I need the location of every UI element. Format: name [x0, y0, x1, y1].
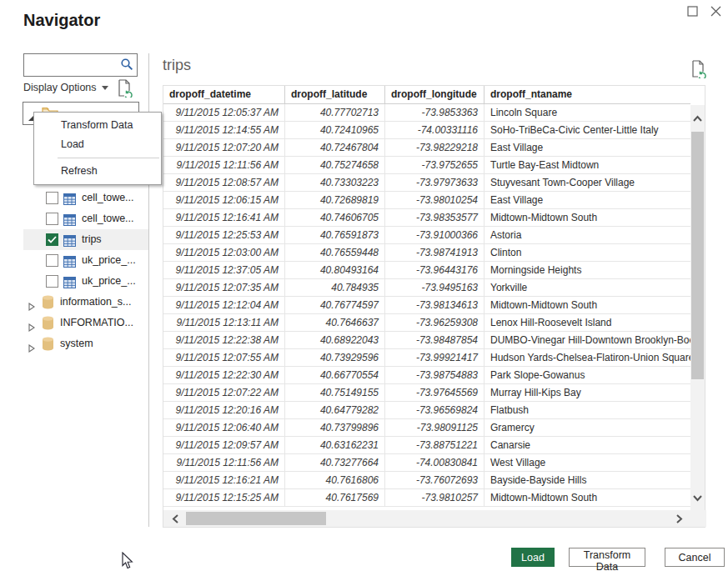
database-icon: [42, 295, 54, 313]
table-cell: Hudson Yards-Chelsea-Flatiron-Union Squa…: [484, 349, 690, 367]
table-cell: -73.98487854: [384, 332, 484, 349]
table-cell: Midtown-Midtown South: [484, 209, 690, 227]
table-cell: Lenox Hill-Roosevelt Island: [484, 314, 690, 332]
table-cell: 9/11/2015 12:07:20 AM: [163, 139, 284, 157]
table-row: 9/11/2015 12:11:56 AM40.73277664-74.0083…: [163, 454, 690, 472]
table-cell: 9/11/2015 12:22:30 AM: [163, 367, 284, 384]
tree-item-informatio[interactable]: INFORMATIO...: [23, 313, 148, 333]
table-cell: -73.98091125: [384, 419, 484, 437]
transform-data-button[interactable]: Transform Data: [569, 548, 645, 567]
table-cell: 9/11/2015 12:06:40 AM: [163, 419, 284, 437]
table-row: 9/11/2015 12:07:22 AM40.75149155-73.9764…: [163, 384, 690, 402]
menu-item-transform-data[interactable]: Transform Data: [34, 116, 161, 135]
horizontal-scroll-thumb[interactable]: [186, 512, 326, 525]
table-cell: Flatbush: [484, 402, 690, 419]
checkbox[interactable]: [46, 213, 58, 225]
checkbox[interactable]: [46, 192, 58, 204]
table-cell: Midtown-Midtown South: [484, 489, 690, 507]
table-cell: -73.88751221: [384, 437, 484, 454]
refresh-preview-button[interactable]: [691, 60, 706, 81]
display-options-dropdown[interactable]: Display Options: [23, 82, 97, 93]
table-cell: -73.98010254: [384, 192, 484, 209]
vertical-scroll-thumb[interactable]: [691, 132, 704, 379]
table-cell: 40.63162231: [284, 437, 384, 454]
table-row: 9/11/2015 12:06:15 AM40.72689819-73.9801…: [163, 192, 690, 209]
column-header[interactable]: dropoff_latitude: [284, 86, 384, 104]
table-row: 9/11/2015 12:03:00 AM40.76559448-73.9874…: [163, 244, 690, 262]
menu-item-refresh[interactable]: Refresh: [34, 162, 161, 181]
cancel-button[interactable]: Cancel: [665, 548, 725, 567]
table-cell: 9/11/2015 12:05:37 AM: [163, 104, 284, 122]
tree-item-label: cell_towe...: [82, 188, 134, 208]
scroll-up-icon[interactable]: [692, 113, 703, 123]
mouse-cursor: [122, 552, 134, 573]
context-menu: Transform DataLoadRefresh: [33, 112, 162, 185]
tree-item-system[interactable]: system: [23, 333, 148, 354]
table-cell: Midtown-Midtown South: [484, 297, 690, 314]
tree-item-uk-price[interactable]: uk_price_...: [23, 250, 148, 271]
refresh-file-icon: [691, 60, 706, 78]
table-cell: -73.9810257: [384, 489, 484, 507]
table-cell: -73.97973633: [384, 174, 484, 192]
tree-item-label: cell_towe...: [82, 208, 134, 229]
maximize-button[interactable]: [684, 5, 700, 20]
table-cell: -73.98229218: [384, 139, 484, 157]
table-row: 9/11/2015 12:09:57 AM40.63162231-73.8875…: [163, 437, 690, 454]
table-icon: [63, 233, 76, 250]
search-icon[interactable]: [120, 58, 133, 74]
table-row: 9/11/2015 12:07:35 AM40.784935-73.949516…: [163, 279, 690, 297]
expand-arrow-icon[interactable]: [28, 339, 35, 354]
table-cell: Morningside Heights: [484, 262, 690, 279]
column-header[interactable]: dropoff_datetime: [163, 86, 284, 104]
table-cell: 9/11/2015 12:08:57 AM: [163, 174, 284, 192]
table-cell: 40.7646637: [284, 314, 384, 332]
tree-item-cell-towe[interactable]: cell_towe...: [23, 188, 148, 208]
expand-arrow-icon[interactable]: [28, 298, 35, 313]
table-row: 9/11/2015 12:37:05 AM40.80493164-73.9644…: [163, 262, 690, 279]
scroll-left-icon[interactable]: [170, 513, 181, 523]
table-row: 9/11/2015 12:15:25 AM40.7617569-73.98102…: [163, 489, 690, 507]
table-cell: -73.9495163: [384, 279, 484, 297]
table-cell: East Village: [484, 192, 690, 209]
menu-separator: [58, 158, 159, 158]
table-cell: 9/11/2015 12:16:21 AM: [163, 472, 284, 489]
refresh-list-button[interactable]: [118, 79, 133, 100]
table-cell: East Village: [484, 139, 690, 157]
navigator-dialog: Navigator Display Options cell_towe...c: [0, 0, 728, 576]
table-cell: SoHo-TriBeCa-Civic Center-Little Italy: [484, 122, 690, 139]
table-icon: [63, 254, 76, 271]
tree-item-trips[interactable]: trips: [23, 229, 148, 250]
column-header[interactable]: dropoff_ntaname: [484, 86, 690, 104]
search-input[interactable]: [28, 56, 118, 74]
load-button[interactable]: Load: [511, 548, 555, 567]
table-cell: 9/11/2015 12:16:41 AM: [163, 209, 284, 227]
tree-item-information-s[interactable]: information_s...: [23, 292, 148, 313]
table-cell: Bayside-Bayside Hills: [484, 472, 690, 489]
table-cell: Turtle Bay-East Midtown: [484, 157, 690, 174]
checkbox[interactable]: [46, 254, 58, 267]
tree-item-uk-price[interactable]: uk_price_...: [23, 271, 148, 292]
table-row: 9/11/2015 12:08:57 AM40.73303223-73.9797…: [163, 174, 690, 192]
tree-item-cell-towe[interactable]: cell_towe...: [23, 208, 148, 229]
expand-arrow-icon[interactable]: [28, 318, 35, 333]
column-header[interactable]: dropoff_longitude: [384, 86, 484, 104]
table-cell: -73.99921417: [384, 349, 484, 367]
checkbox[interactable]: [46, 275, 58, 288]
table-cell: 40.72467804: [284, 139, 384, 157]
horizontal-scrollbar[interactable]: [163, 510, 706, 527]
checkbox[interactable]: [46, 233, 58, 246]
table-cell: -73.9853363: [384, 104, 484, 122]
scroll-right-icon[interactable]: [674, 513, 685, 523]
close-button[interactable]: [707, 5, 724, 20]
vertical-scrollbar[interactable]: [690, 105, 705, 510]
menu-item-load[interactable]: Load: [34, 135, 161, 154]
table-cell: -73.76072693: [384, 472, 484, 489]
table-cell: 40.66770554: [284, 367, 384, 384]
scroll-down-icon[interactable]: [692, 492, 703, 503]
table-cell: Stuyvesant Town-Cooper Village: [484, 174, 690, 192]
table-row: 9/11/2015 12:16:21 AM40.7616806-73.76072…: [163, 472, 690, 489]
search-box: [23, 53, 138, 77]
tree-item-label: trips: [82, 229, 102, 250]
table-row: 9/11/2015 12:20:16 AM40.64779282-73.9656…: [163, 402, 690, 419]
table-row: 9/11/2015 12:16:41 AM40.74606705-73.9835…: [163, 209, 690, 227]
